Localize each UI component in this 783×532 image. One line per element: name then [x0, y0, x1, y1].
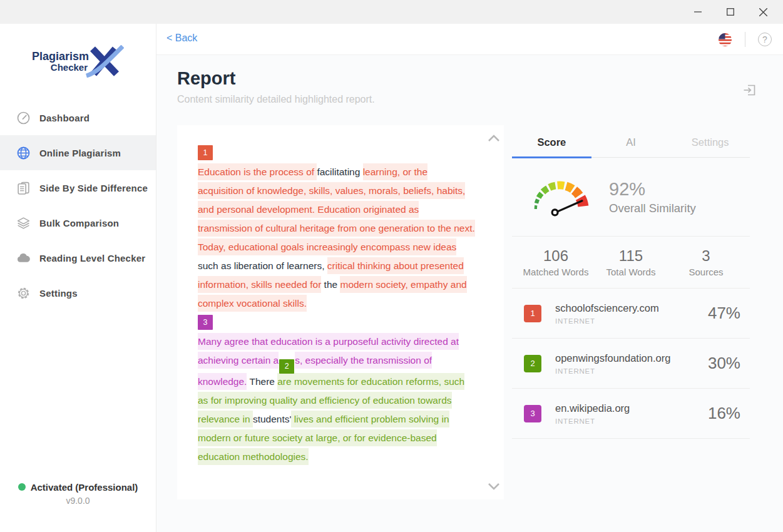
score-panel-tabs: Score AI Settings	[512, 129, 750, 158]
globe-icon	[16, 146, 31, 160]
overall-similarity-percent: 92%	[609, 179, 696, 200]
source-domain[interactable]: openwingsfoundation.org	[555, 352, 670, 364]
export-report-button[interactable]	[742, 83, 757, 98]
close-button[interactable]	[747, 0, 779, 24]
text-segment-plain: the	[321, 276, 340, 293]
scroll-down-button[interactable]	[486, 479, 502, 493]
source-percent: 16%	[708, 404, 740, 423]
maximize-icon	[727, 8, 734, 16]
stats-row: 106 Matched Words 115 Total Words 3 Sour…	[512, 237, 750, 289]
activation-text: Activated (Professional)	[31, 482, 138, 493]
stat-label: Sources	[668, 267, 744, 277]
stat-value: 106	[518, 247, 593, 265]
license-status: Activated (Professional) v9.0.0	[0, 482, 156, 532]
source-percent: 47%	[708, 304, 740, 323]
topbar-divider	[745, 32, 745, 47]
gear-icon	[16, 286, 31, 300]
source-type: INTERNET	[555, 417, 630, 425]
stat-value: 3	[668, 247, 744, 265]
source-domain[interactable]: schoolofsciencery.com	[555, 302, 659, 314]
document-text: 1Education is the process of facilitatin…	[198, 145, 479, 468]
export-icon	[742, 83, 757, 98]
scroll-up-button[interactable]	[486, 131, 502, 145]
sidebar-item-label: Dashboard	[39, 113, 90, 123]
paragraph-text: Many agree that education is a purposefu…	[198, 332, 475, 466]
logo-text-top: Plagiarism	[32, 50, 89, 63]
source-row-1[interactable]: 1 schoolofsciencery.com INTERNET 47%	[512, 289, 750, 339]
sidebar-item-online-plagiarism[interactable]: Online Plagiarism	[0, 135, 156, 170]
app-version: v9.0.0	[0, 496, 156, 506]
help-icon: ?	[762, 34, 767, 44]
sidebar-item-reading-level[interactable]: Reading Level Checker	[0, 240, 156, 275]
chevron-up-icon	[488, 135, 500, 142]
source-domain[interactable]: en.wikipedia.org	[555, 402, 630, 414]
source-type: INTERNET	[555, 317, 659, 325]
tab-ai[interactable]: AI	[591, 129, 671, 158]
tab-settings[interactable]: Settings	[670, 129, 750, 158]
page-subtitle: Content similarity detailed highlighted …	[177, 94, 375, 105]
stat-label: Matched Words	[518, 267, 593, 277]
sidebar-item-label: Online Plagiarism	[39, 148, 121, 158]
documents-icon	[16, 181, 31, 195]
sidebar: Plagiarism Checker Dashboard	[0, 24, 156, 532]
stat-sources: 3 Sources	[668, 247, 744, 277]
document-report-panel: 1Education is the process of facilitatin…	[177, 125, 504, 499]
app-logo: Plagiarism Checker	[0, 45, 156, 78]
source-row-2[interactable]: 2 openwingsfoundation.org INTERNET 30%	[512, 339, 750, 389]
page-title: Report	[177, 68, 235, 89]
sidebar-item-settings[interactable]: Settings	[0, 275, 156, 310]
match-badge[interactable]: 3	[198, 315, 213, 330]
similarity-gauge-icon	[526, 173, 593, 222]
overall-similarity-block: 92% Overall Similarity	[512, 158, 750, 237]
close-icon	[759, 8, 767, 16]
text-segment-plain: facilitating	[317, 163, 362, 180]
stat-value: 115	[593, 247, 668, 265]
us-flag-icon	[718, 33, 732, 47]
paragraph-text: Education is the process of facilitating…	[198, 163, 475, 313]
sidebar-item-bulk-comparison[interactable]: Bulk Comparison	[0, 205, 156, 240]
text-segment-plain: such as liberation of learners,	[198, 257, 327, 274]
logo-x-mark-icon	[84, 45, 124, 78]
stat-matched-words: 106 Matched Words	[518, 247, 593, 277]
chevron-down-icon	[488, 483, 500, 490]
maximize-button[interactable]	[714, 0, 747, 24]
sidebar-item-label: Side By Side Difference	[39, 183, 148, 193]
logo-text-bottom: Checker	[32, 63, 89, 73]
sidebar-item-dashboard[interactable]: Dashboard	[0, 100, 156, 135]
source-percent: 30%	[708, 354, 740, 373]
text-segment-red: Education is the process of	[198, 163, 317, 180]
dashboard-gauge-icon	[16, 111, 31, 125]
back-link[interactable]: < Back	[166, 33, 197, 44]
match-badge[interactable]: 1	[198, 145, 213, 160]
tab-score[interactable]: Score	[512, 129, 591, 158]
source-type: INTERNET	[555, 367, 670, 375]
match-badge-inline[interactable]: 2	[279, 359, 294, 374]
layers-icon	[16, 216, 31, 230]
window-title-bar	[0, 0, 783, 24]
sidebar-item-label: Bulk Comparison	[39, 218, 119, 228]
stat-total-words: 115 Total Words	[593, 247, 668, 277]
stat-label: Total Words	[593, 267, 668, 277]
cloud-icon	[16, 251, 31, 265]
topbar: < Back	[156, 24, 783, 55]
source-badge: 1	[524, 305, 541, 322]
minimize-icon	[694, 8, 702, 16]
sidebar-item-side-by-side[interactable]: Side By Side Difference	[0, 170, 156, 205]
source-badge: 3	[524, 405, 541, 422]
text-segment-plain: students'	[253, 411, 292, 427]
activated-status-dot	[18, 483, 26, 491]
overall-similarity-label: Overall Similarity	[609, 202, 696, 215]
sidebar-item-label: Settings	[39, 288, 78, 299]
source-badge: 2	[524, 355, 541, 372]
language-flag-button[interactable]	[718, 33, 732, 47]
sidebar-item-label: Reading Level Checker	[39, 253, 145, 263]
sidebar-nav: Dashboard Online Plagiarism	[0, 100, 156, 310]
text-segment-plain: There	[247, 373, 277, 390]
minimize-button[interactable]	[682, 0, 714, 24]
source-row-3[interactable]: 3 en.wikipedia.org INTERNET 16%	[512, 389, 750, 439]
help-button[interactable]: ?	[758, 33, 772, 46]
score-panel: Score AI Settings	[512, 129, 750, 439]
